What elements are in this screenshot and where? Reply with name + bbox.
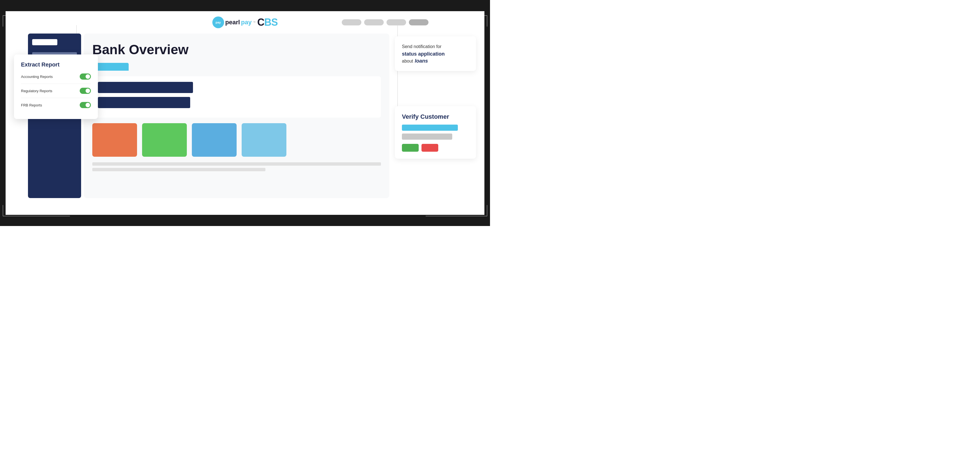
logo-tm-text: ™	[253, 21, 256, 24]
bottom-line-1	[92, 162, 381, 166]
accounting-reports-row: Accounting Reports	[21, 73, 91, 84]
left-bar	[0, 11, 6, 215]
corner-line-bottom-left	[3, 216, 70, 216]
logo-area: pay pearlpay™ CBS	[212, 16, 278, 28]
notification-subject: loans	[415, 58, 428, 64]
verify-bar-gray	[402, 133, 452, 140]
nav-pill-4[interactable]	[409, 19, 428, 25]
nav-pill-3[interactable]	[387, 19, 406, 25]
bottom-bar	[0, 215, 490, 226]
right-bar	[484, 11, 490, 215]
corner-line-bottom-right	[426, 216, 487, 216]
verify-bar-blue	[402, 125, 458, 131]
logo-pearlpay: pay pearlpay™	[212, 16, 256, 28]
logo-pay-icon: pay	[216, 21, 221, 24]
bank-overview-title: Bank Overview	[92, 42, 381, 57]
logo-cbs: CBS	[257, 16, 278, 28]
corner-vert-bottom-right	[487, 205, 487, 216]
nav-pill-2[interactable]	[364, 19, 384, 25]
bottom-line-2	[92, 168, 266, 171]
bar-chart-2	[98, 97, 190, 108]
accounting-reports-toggle[interactable]	[80, 73, 91, 79]
bar-row-1	[98, 82, 375, 93]
logo-cbs-s: S	[271, 16, 278, 28]
main-panel: Bank Overview	[84, 33, 389, 198]
verify-confirm-button[interactable]	[402, 144, 419, 152]
logo-cbs-b: B	[264, 16, 271, 28]
logo-circle-icon: pay	[212, 16, 224, 28]
bar-chart-1	[98, 82, 193, 93]
verify-customer-title: Verify Customer	[402, 113, 469, 121]
verify-cancel-button[interactable]	[422, 144, 438, 152]
verify-buttons	[402, 144, 469, 152]
notification-prefix: Send notification for	[402, 43, 469, 50]
extract-report-title: Extract Report	[21, 62, 91, 68]
notification-highlight: status application	[402, 51, 469, 57]
header: pay pearlpay™ CBS	[6, 11, 484, 33]
logo-pay-text: pay	[241, 19, 252, 26]
stat-card-lightblue[interactable]	[242, 123, 286, 157]
bottom-lines	[92, 162, 381, 171]
stat-card-blue[interactable]	[192, 123, 237, 157]
top-bar	[0, 0, 490, 11]
header-nav	[342, 19, 428, 25]
corner-vert-top-left	[3, 15, 3, 27]
main-content: pay pearlpay™ CBS	[6, 11, 484, 215]
stat-card-green[interactable]	[142, 123, 187, 157]
chart-section	[92, 76, 381, 117]
notification-about: about	[402, 59, 413, 64]
extract-report-card: Extract Report Accounting Reports Regula…	[14, 54, 98, 119]
notification-panel: Send notification for status application…	[395, 36, 476, 71]
frb-reports-label: FRB Reports	[21, 103, 42, 107]
frb-reports-row: FRB Reports	[21, 102, 91, 112]
stat-cards-section	[92, 123, 381, 157]
frb-reports-toggle[interactable]	[80, 102, 91, 108]
regulatory-reports-row: Regulatory Reports	[21, 88, 91, 98]
regulatory-reports-toggle[interactable]	[80, 88, 91, 94]
corner-vert-top-right	[487, 15, 487, 27]
verify-customer-panel: Verify Customer	[395, 106, 476, 159]
corner-vert-bottom-left	[3, 205, 3, 216]
stat-card-orange[interactable]	[92, 123, 137, 157]
accounting-reports-label: Accounting Reports	[21, 75, 52, 79]
logo-pearl-text: pearl	[225, 19, 240, 26]
bar-row-2	[98, 97, 375, 108]
nav-pill-1[interactable]	[342, 19, 361, 25]
regulatory-reports-label: Regulatory Reports	[21, 89, 52, 93]
tab-bar	[92, 63, 381, 71]
sidebar-search[interactable]	[32, 39, 57, 45]
